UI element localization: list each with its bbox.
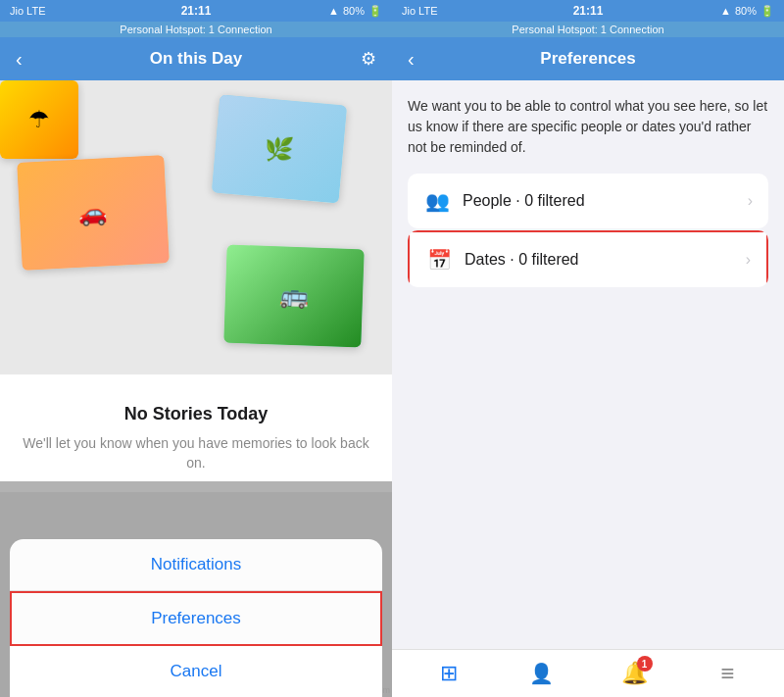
- action-sheet: Notifications Preferences Cancel: [10, 539, 382, 697]
- right-status-time: 21:11: [573, 4, 604, 18]
- photo-card-4: ☂: [0, 80, 78, 159]
- friends-icon: 👤: [529, 662, 554, 685]
- left-nav-bar: ‹ On this Day ⚙: [0, 37, 392, 80]
- dates-item[interactable]: 📅 Dates · 0 filtered ›: [408, 230, 768, 287]
- dates-chevron-icon: ›: [746, 251, 751, 269]
- left-status-bar: Jio LTE 21:11 ▲ 80% 🔋: [0, 0, 392, 22]
- left-settings-button[interactable]: ⚙: [361, 48, 376, 70]
- left-battery-icon: 🔋: [368, 5, 382, 18]
- left-hotspot-bar: Personal Hotspot: 1 Connection: [0, 22, 392, 37]
- preferences-content: We want you to be able to control what y…: [392, 80, 784, 649]
- main-content: No Stories Today We'll let you know when…: [0, 374, 392, 492]
- people-chevron-icon: ›: [748, 192, 753, 210]
- tab-news-feed[interactable]: ⊞: [402, 650, 495, 697]
- news-feed-icon: ⊞: [440, 661, 458, 686]
- right-signal-icon: ▲: [720, 5, 731, 17]
- tab-menu[interactable]: ≡: [681, 650, 774, 697]
- left-battery: 80%: [343, 5, 365, 17]
- right-status-right: ▲ 80% 🔋: [720, 5, 774, 18]
- people-item[interactable]: 👥 People · 0 filtered ›: [408, 174, 768, 228]
- left-hotspot-text: Personal Hotspot: 1 Connection: [120, 24, 271, 35]
- left-panel: Jio LTE 21:11 ▲ 80% 🔋 Personal Hotspot: …: [0, 0, 392, 697]
- left-status-right: ▲ 80% 🔋: [328, 5, 382, 18]
- right-battery: 80%: [735, 5, 757, 17]
- notifications-badge: 1: [637, 656, 653, 672]
- right-nav-bar: ‹ Preferences: [392, 37, 784, 80]
- right-carrier: Jio LTE: [402, 5, 437, 17]
- left-status-time: 21:11: [181, 4, 212, 18]
- left-back-button[interactable]: ‹: [16, 48, 23, 71]
- right-battery-icon: 🔋: [760, 5, 774, 18]
- photo-area: ☂ 🌿 🚗 🚌: [0, 80, 392, 374]
- tab-friends[interactable]: 👤: [495, 650, 588, 697]
- right-hotspot-text: Personal Hotspot: 1 Connection: [512, 24, 663, 35]
- cancel-action[interactable]: Cancel: [10, 646, 382, 697]
- tab-notifications[interactable]: 🔔 1: [588, 650, 681, 697]
- no-stories-subtitle: We'll let you know when you have memorie…: [20, 434, 372, 473]
- no-stories-title: No Stories Today: [20, 404, 372, 424]
- notifications-action[interactable]: Notifications: [10, 539, 382, 591]
- tab-bar: ⊞ 👤 🔔 1 ≡: [392, 649, 784, 697]
- dates-section: 📅 Dates · 0 filtered ›: [408, 230, 768, 287]
- left-nav-title: On this Day: [150, 49, 242, 69]
- right-status-bar: Jio LTE 21:11 ▲ 80% 🔋: [392, 0, 784, 22]
- photo-card-1: 🌿: [212, 95, 347, 204]
- left-status-left: Jio LTE: [10, 5, 45, 17]
- people-icon: 👥: [423, 187, 451, 215]
- preferences-action[interactable]: Preferences: [10, 591, 382, 646]
- right-panel: Jio LTE 21:11 ▲ 80% 🔋 Personal Hotspot: …: [392, 0, 784, 697]
- preferences-description: We want you to be able to control what y…: [408, 96, 768, 158]
- right-hotspot-bar: Personal Hotspot: 1 Connection: [392, 22, 784, 37]
- left-carrier: Jio LTE: [10, 5, 45, 17]
- right-nav-title: Preferences: [540, 49, 635, 69]
- photo-card-2: 🚗: [17, 155, 170, 271]
- people-label: People · 0 filtered: [463, 192, 748, 210]
- left-signal-icon: ▲: [328, 5, 339, 17]
- menu-icon: ≡: [720, 660, 734, 687]
- dates-icon: 📅: [425, 246, 453, 274]
- dates-label: Dates · 0 filtered: [465, 251, 746, 269]
- right-back-button[interactable]: ‹: [408, 48, 415, 71]
- photo-card-3: 🚌: [223, 245, 364, 348]
- people-section: 👥 People · 0 filtered ›: [408, 174, 768, 228]
